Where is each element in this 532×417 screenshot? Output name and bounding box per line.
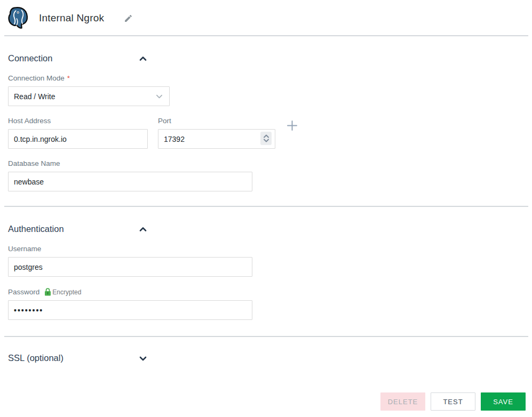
password-label-row: Password Encrypted xyxy=(8,288,532,296)
section-divider xyxy=(4,336,528,337)
password-label: Password xyxy=(8,288,39,296)
connection-section: Connection Connection Mode* Read / Write… xyxy=(0,53,532,191)
pencil-icon xyxy=(124,14,133,23)
test-button[interactable]: TEST xyxy=(431,392,475,411)
db-connection-form: { "header": { "title": "Internal Ngrok" … xyxy=(0,0,532,417)
port-label: Port xyxy=(158,117,275,125)
port-stepper[interactable] xyxy=(260,132,272,145)
header: Internal Ngrok xyxy=(0,0,532,32)
stepper-down-icon[interactable] xyxy=(264,139,269,142)
postgresql-logo-icon xyxy=(6,6,32,30)
username-input[interactable] xyxy=(8,257,252,277)
authentication-section: Authentication Username Password Encrypt… xyxy=(0,224,532,320)
host-address-input[interactable] xyxy=(8,129,148,149)
connection-mode-label: Connection Mode* xyxy=(8,74,532,82)
connection-mode-select[interactable]: Read / Write xyxy=(8,86,170,106)
plus-icon xyxy=(287,120,298,131)
ssl-section: SSL (optional) xyxy=(0,353,532,363)
database-name-label: Database Name xyxy=(8,159,532,167)
save-button[interactable]: SAVE xyxy=(481,392,526,411)
lock-icon xyxy=(44,288,51,296)
connection-section-header[interactable]: Connection xyxy=(8,53,147,63)
edit-title-button[interactable] xyxy=(123,13,134,24)
connection-mode-value: Read / Write xyxy=(14,92,55,101)
chevron-up-icon[interactable] xyxy=(139,55,147,62)
authentication-section-header[interactable]: Authentication xyxy=(8,224,147,234)
host-port-row: Host Address Port xyxy=(8,106,532,149)
delete-button[interactable]: DELETE xyxy=(380,392,425,411)
authentication-section-title: Authentication xyxy=(8,224,64,234)
encrypted-text: Encrypted xyxy=(52,288,81,296)
host-address-label: Host Address xyxy=(8,117,148,125)
header-divider xyxy=(4,35,528,36)
footer-actions: DELETE TEST SAVE xyxy=(380,392,526,411)
ssl-section-title: SSL (optional) xyxy=(8,353,63,363)
chevron-up-icon[interactable] xyxy=(139,226,147,233)
page-title: Internal Ngrok xyxy=(39,12,104,24)
password-input[interactable] xyxy=(8,300,252,320)
encrypted-badge: Encrypted xyxy=(44,288,81,296)
database-name-input[interactable] xyxy=(8,172,252,191)
stepper-up-icon[interactable] xyxy=(264,134,269,138)
section-divider xyxy=(4,206,528,207)
username-label: Username xyxy=(8,245,532,253)
ssl-section-header[interactable]: SSL (optional) xyxy=(8,353,147,363)
chevron-down-icon xyxy=(156,93,163,100)
chevron-down-icon[interactable] xyxy=(139,355,147,362)
connection-section-title: Connection xyxy=(8,53,52,63)
required-asterisk: * xyxy=(67,74,70,82)
port-input[interactable] xyxy=(158,129,275,149)
add-host-button[interactable] xyxy=(287,120,298,131)
